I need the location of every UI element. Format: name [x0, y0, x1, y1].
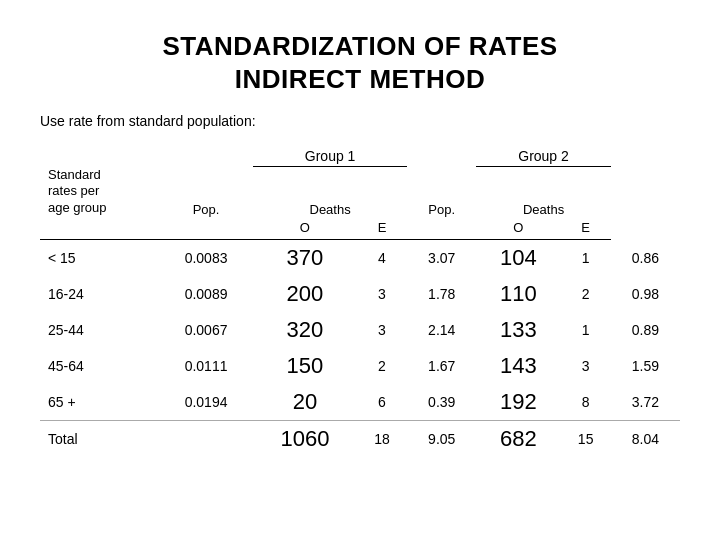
- age-group: 45-64: [40, 348, 159, 384]
- g1-o: 2: [357, 348, 407, 384]
- total-g1-o: 18: [357, 421, 407, 458]
- std-rate: 0.0194: [159, 384, 253, 421]
- g1-e: 1.78: [407, 276, 476, 312]
- g1-pop: 20: [253, 384, 357, 421]
- total-g1-e: 9.05: [407, 421, 476, 458]
- table-row: 45-64 0.0111 150 2 1.67 143 3 1.59: [40, 348, 680, 384]
- g1-e: 1.67: [407, 348, 476, 384]
- deaths1-header: Deaths: [253, 167, 407, 218]
- empty-header-std: [40, 145, 159, 167]
- g1-pop: 200: [253, 276, 357, 312]
- col-headers-row: Standardrates perage group Pop. Deaths P…: [40, 167, 680, 218]
- data-table: Group 1 Group 2 Standardrates perage gro…: [40, 145, 680, 457]
- total-g2-pop: 682: [476, 421, 560, 458]
- g1-e: 2.14: [407, 312, 476, 348]
- sub-pop1-empty: [159, 217, 253, 240]
- sub-age-empty: [40, 217, 159, 240]
- g1-pop: 370: [253, 240, 357, 277]
- g1-e: 3.07: [407, 240, 476, 277]
- age-group: < 15: [40, 240, 159, 277]
- g2-e: 0.89: [611, 312, 680, 348]
- g1-o: 4: [357, 240, 407, 277]
- sub-o1-header: O: [253, 217, 357, 240]
- g2-o: 3: [560, 348, 610, 384]
- sub-headers-row: O E O E: [40, 217, 680, 240]
- group2-header: Group 2: [476, 145, 611, 167]
- total-g1-pop: 1060: [253, 421, 357, 458]
- g2-pop: 110: [476, 276, 560, 312]
- sub-o2-header: O: [476, 217, 560, 240]
- pop1-header: Pop.: [159, 167, 253, 218]
- total-std-empty: [159, 421, 253, 458]
- subtitle: Use rate from standard population:: [40, 113, 680, 129]
- total-row: Total 1060 18 9.05 682 15 8.04: [40, 421, 680, 458]
- empty-header-pop2: [407, 145, 476, 167]
- g2-pop: 143: [476, 348, 560, 384]
- g1-o: 6: [357, 384, 407, 421]
- g1-e: 0.39: [407, 384, 476, 421]
- total-g2-e: 8.04: [611, 421, 680, 458]
- std-rate: 0.0111: [159, 348, 253, 384]
- std-rates-header: Standardrates perage group: [40, 167, 159, 218]
- sub-e1-header: E: [357, 217, 407, 240]
- g2-pop: 192: [476, 384, 560, 421]
- page: STANDARDIZATION OF RATES INDIRECT METHOD…: [0, 0, 720, 540]
- g2-e: 0.98: [611, 276, 680, 312]
- page-title: STANDARDIZATION OF RATES INDIRECT METHOD: [40, 30, 680, 95]
- sub-e2-header: E: [560, 217, 610, 240]
- table-row: 25-44 0.0067 320 3 2.14 133 1 0.89: [40, 312, 680, 348]
- g1-pop: 320: [253, 312, 357, 348]
- g2-o: 1: [560, 240, 610, 277]
- g2-o: 2: [560, 276, 610, 312]
- g2-o: 1: [560, 312, 610, 348]
- g1-pop: 150: [253, 348, 357, 384]
- g2-e: 3.72: [611, 384, 680, 421]
- std-rate: 0.0083: [159, 240, 253, 277]
- deaths2-header: Deaths: [476, 167, 611, 218]
- age-group: 25-44: [40, 312, 159, 348]
- g1-o: 3: [357, 276, 407, 312]
- table-row: 16-24 0.0089 200 3 1.78 110 2 0.98: [40, 276, 680, 312]
- total-g2-o: 15: [560, 421, 610, 458]
- total-label: Total: [40, 421, 159, 458]
- sub-pop2-empty: [407, 217, 476, 240]
- pop2-header: Pop.: [407, 167, 476, 218]
- std-rate: 0.0089: [159, 276, 253, 312]
- g2-e: 0.86: [611, 240, 680, 277]
- group1-header: Group 1: [253, 145, 407, 167]
- age-group: 65 +: [40, 384, 159, 421]
- g2-e: 1.59: [611, 348, 680, 384]
- empty-header-pop1: [159, 145, 253, 167]
- group-headers-row: Group 1 Group 2: [40, 145, 680, 167]
- g2-pop: 133: [476, 312, 560, 348]
- table-row: 65 + 0.0194 20 6 0.39 192 8 3.72: [40, 384, 680, 421]
- std-rate: 0.0067: [159, 312, 253, 348]
- table-row: < 15 0.0083 370 4 3.07 104 1 0.86: [40, 240, 680, 277]
- g2-pop: 104: [476, 240, 560, 277]
- table-body: < 15 0.0083 370 4 3.07 104 1 0.86 16-24 …: [40, 240, 680, 458]
- g2-o: 8: [560, 384, 610, 421]
- g1-o: 3: [357, 312, 407, 348]
- age-group: 16-24: [40, 276, 159, 312]
